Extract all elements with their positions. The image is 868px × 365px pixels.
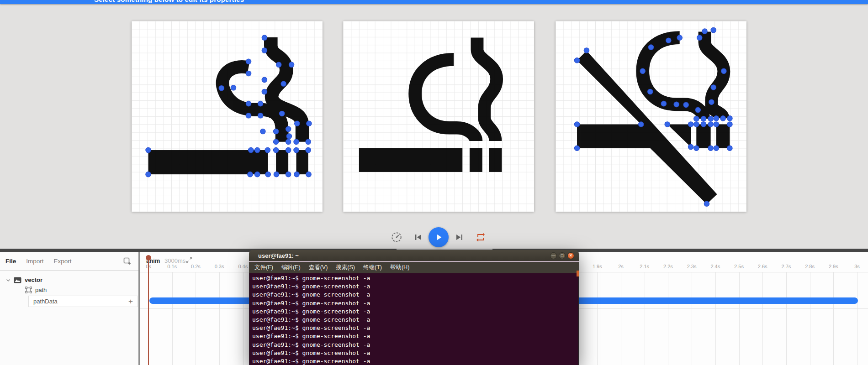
control-point[interactable] xyxy=(219,85,224,90)
control-point[interactable] xyxy=(276,62,281,67)
file-menu-item[interactable]: Import xyxy=(26,258,43,265)
control-point[interactable] xyxy=(574,146,579,151)
control-point[interactable] xyxy=(714,146,719,151)
control-point[interactable] xyxy=(146,147,151,152)
control-point[interactable] xyxy=(265,147,270,152)
control-point[interactable] xyxy=(727,146,732,151)
control-point[interactable] xyxy=(246,71,251,76)
control-point[interactable] xyxy=(704,201,709,206)
control-point[interactable] xyxy=(286,126,291,131)
canvas-preview[interactable] xyxy=(343,21,534,212)
control-point[interactable] xyxy=(584,48,589,53)
control-point[interactable] xyxy=(286,147,291,152)
control-point[interactable] xyxy=(273,147,278,152)
terminal-menu-item[interactable]: 编辑(E) xyxy=(281,264,301,271)
control-point[interactable] xyxy=(281,81,286,86)
control-point[interactable] xyxy=(648,89,653,94)
control-point[interactable] xyxy=(674,102,679,107)
control-point[interactable] xyxy=(246,113,251,118)
maximize-button[interactable]: □ xyxy=(559,252,566,259)
control-point[interactable] xyxy=(677,35,682,40)
terminal-scrollbar-thumb[interactable] xyxy=(577,271,579,276)
control-point[interactable] xyxy=(709,99,714,104)
control-point[interactable] xyxy=(231,85,236,90)
playhead-handle[interactable] xyxy=(146,255,151,261)
control-point[interactable] xyxy=(248,172,253,177)
terminal-menu-item[interactable]: 查看(V) xyxy=(309,264,328,271)
terminal-body[interactable]: user@fae91:~$ gnome-screenshot -auser@fa… xyxy=(249,273,579,365)
control-point[interactable] xyxy=(574,57,579,63)
terminal-titlebar[interactable]: user@fae91: ~ — □ ✕ xyxy=(249,250,579,261)
control-point[interactable] xyxy=(661,101,666,106)
control-point[interactable] xyxy=(262,48,267,53)
path-data-property-row[interactable]: pathData + xyxy=(28,296,138,307)
control-point[interactable] xyxy=(289,62,294,67)
control-point[interactable] xyxy=(708,116,713,121)
control-point[interactable] xyxy=(246,101,251,106)
control-point[interactable] xyxy=(146,172,151,177)
control-point[interactable] xyxy=(688,122,693,127)
control-point[interactable] xyxy=(260,129,265,134)
control-point[interactable] xyxy=(306,139,311,144)
control-point[interactable] xyxy=(295,121,300,126)
control-point[interactable] xyxy=(306,147,311,152)
close-button[interactable]: ✕ xyxy=(567,252,574,259)
terminal-menu-item[interactable]: 文件(F) xyxy=(254,264,273,271)
control-point[interactable] xyxy=(701,122,706,127)
control-point[interactable] xyxy=(708,122,713,127)
play-button[interactable] xyxy=(429,227,449,247)
control-point[interactable] xyxy=(262,77,267,82)
control-point[interactable] xyxy=(274,172,279,177)
control-point[interactable] xyxy=(246,59,251,64)
control-point[interactable] xyxy=(306,172,311,177)
control-point[interactable] xyxy=(279,111,284,116)
control-point[interactable] xyxy=(262,89,267,94)
control-point[interactable] xyxy=(254,147,259,152)
terminal-menu-item[interactable]: 搜索(S) xyxy=(336,264,355,271)
control-point[interactable] xyxy=(727,116,732,121)
terminal-menu-item[interactable]: 终端(T) xyxy=(363,264,382,271)
control-point[interactable] xyxy=(307,121,312,126)
control-point[interactable] xyxy=(694,146,699,151)
file-menu-item[interactable]: Export xyxy=(54,258,72,265)
control-point[interactable] xyxy=(708,146,713,151)
canvas-end[interactable] xyxy=(556,21,746,212)
control-point[interactable] xyxy=(648,45,653,50)
control-point[interactable] xyxy=(688,144,693,149)
playhead-line[interactable] xyxy=(148,257,149,365)
control-point[interactable] xyxy=(294,172,299,177)
control-point[interactable] xyxy=(286,172,291,177)
minimize-button[interactable]: — xyxy=(550,252,557,259)
canvas-start[interactable] xyxy=(132,21,323,212)
control-point[interactable] xyxy=(714,116,719,121)
tree-item-vector[interactable]: vector xyxy=(5,276,42,283)
tree-item-path[interactable]: path xyxy=(25,287,47,293)
control-point[interactable] xyxy=(273,139,278,144)
control-point[interactable] xyxy=(265,172,270,177)
control-point[interactable] xyxy=(694,116,699,121)
control-point[interactable] xyxy=(721,68,726,73)
control-point[interactable] xyxy=(711,85,716,90)
control-point[interactable] xyxy=(286,139,291,144)
control-point[interactable] xyxy=(294,147,299,152)
control-point[interactable] xyxy=(258,101,263,106)
control-point[interactable] xyxy=(666,38,671,43)
control-point[interactable] xyxy=(640,68,645,73)
control-point[interactable] xyxy=(286,134,291,139)
control-point[interactable] xyxy=(258,113,263,118)
control-point[interactable] xyxy=(697,35,702,40)
add-keyframe-button[interactable]: + xyxy=(128,297,133,306)
control-point[interactable] xyxy=(638,122,643,127)
file-menu-item[interactable]: File xyxy=(5,258,16,265)
control-point[interactable] xyxy=(683,102,688,107)
control-point[interactable] xyxy=(720,116,725,121)
control-point[interactable] xyxy=(254,172,259,177)
add-layer-button[interactable] xyxy=(123,257,131,267)
control-point[interactable] xyxy=(714,122,719,127)
terminal-window[interactable]: user@fae91: ~ — □ ✕ 文件(F)编辑(E)查看(V)搜索(S)… xyxy=(249,250,579,365)
control-point[interactable] xyxy=(294,139,299,144)
control-point[interactable] xyxy=(249,147,254,152)
skip-previous-button[interactable] xyxy=(413,232,423,245)
chevron-down-icon[interactable] xyxy=(5,277,11,283)
control-point[interactable] xyxy=(273,129,278,134)
